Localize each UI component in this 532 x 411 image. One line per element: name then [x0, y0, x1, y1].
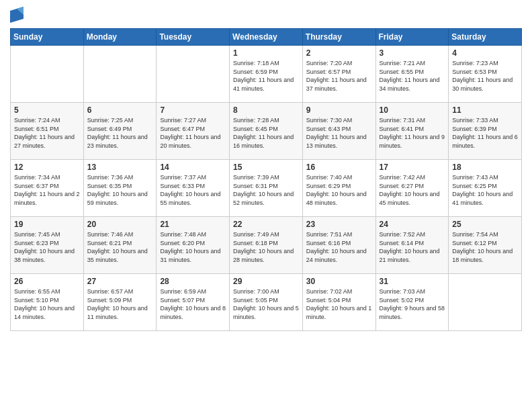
calendar-cell: 30Sunrise: 7:02 AM Sunset: 5:04 PM Dayli… — [302, 274, 375, 331]
calendar-cell: 3Sunrise: 7:21 AM Sunset: 6:55 PM Daylig… — [375, 46, 449, 103]
day-number: 24 — [380, 220, 445, 229]
day-info: Sunrise: 7:48 AM Sunset: 6:20 PM Dayligh… — [160, 230, 226, 264]
calendar-cell: 19Sunrise: 7:45 AM Sunset: 6:23 PM Dayli… — [11, 217, 84, 274]
day-number: 23 — [306, 220, 372, 229]
day-info: Sunrise: 7:31 AM Sunset: 6:41 PM Dayligh… — [380, 116, 445, 150]
day-info: Sunrise: 6:55 AM Sunset: 5:10 PM Dayligh… — [14, 287, 80, 321]
day-number: 4 — [452, 48, 518, 58]
weekday-header-friday: Friday — [375, 29, 449, 46]
header — [10, 7, 522, 23]
calendar-cell: 1Sunrise: 7:18 AM Sunset: 6:59 PM Daylig… — [230, 46, 303, 103]
day-info: Sunrise: 6:59 AM Sunset: 5:07 PM Dayligh… — [160, 287, 226, 321]
calendar-cell: 17Sunrise: 7:42 AM Sunset: 6:27 PM Dayli… — [375, 160, 449, 217]
calendar-cell: 18Sunrise: 7:43 AM Sunset: 6:25 PM Dayli… — [449, 160, 522, 217]
week-row-2: 5Sunrise: 7:24 AM Sunset: 6:51 PM Daylig… — [11, 103, 522, 160]
calendar-cell: 16Sunrise: 7:40 AM Sunset: 6:29 PM Dayli… — [302, 160, 375, 217]
calendar-cell: 20Sunrise: 7:46 AM Sunset: 6:21 PM Dayli… — [83, 217, 157, 274]
calendar-cell — [83, 46, 157, 103]
calendar-cell: 27Sunrise: 6:57 AM Sunset: 5:09 PM Dayli… — [83, 274, 157, 331]
day-info: Sunrise: 7:39 AM Sunset: 6:31 PM Dayligh… — [233, 173, 299, 207]
day-info: Sunrise: 7:37 AM Sunset: 6:33 PM Dayligh… — [160, 173, 226, 207]
day-number: 11 — [452, 105, 518, 115]
day-info: Sunrise: 7:28 AM Sunset: 6:45 PM Dayligh… — [233, 116, 299, 150]
day-number: 19 — [14, 220, 80, 229]
day-info: Sunrise: 7:40 AM Sunset: 6:29 PM Dayligh… — [306, 173, 372, 207]
calendar-cell: 28Sunrise: 6:59 AM Sunset: 5:07 PM Dayli… — [157, 274, 230, 331]
calendar-cell: 13Sunrise: 7:36 AM Sunset: 6:35 PM Dayli… — [83, 160, 157, 217]
day-info: Sunrise: 6:57 AM Sunset: 5:09 PM Dayligh… — [87, 287, 153, 321]
calendar-cell: 4Sunrise: 7:23 AM Sunset: 6:53 PM Daylig… — [449, 46, 522, 103]
day-number: 15 — [233, 163, 299, 172]
calendar-cell: 12Sunrise: 7:34 AM Sunset: 6:37 PM Dayli… — [11, 160, 84, 217]
calendar-cell: 14Sunrise: 7:37 AM Sunset: 6:33 PM Dayli… — [157, 160, 230, 217]
calendar-cell: 7Sunrise: 7:27 AM Sunset: 6:47 PM Daylig… — [157, 103, 230, 160]
day-info: Sunrise: 7:03 AM Sunset: 5:02 PM Dayligh… — [380, 287, 445, 321]
calendar-cell: 10Sunrise: 7:31 AM Sunset: 6:41 PM Dayli… — [375, 103, 449, 160]
logo — [10, 7, 26, 23]
day-info: Sunrise: 7:42 AM Sunset: 6:27 PM Dayligh… — [380, 173, 445, 207]
day-info: Sunrise: 7:20 AM Sunset: 6:57 PM Dayligh… — [306, 59, 372, 93]
day-number: 28 — [160, 277, 226, 286]
day-number: 14 — [160, 163, 226, 172]
day-number: 31 — [380, 277, 445, 286]
weekday-header-monday: Monday — [83, 29, 157, 46]
day-number: 18 — [452, 163, 518, 172]
day-info: Sunrise: 7:18 AM Sunset: 6:59 PM Dayligh… — [233, 59, 299, 93]
weekday-header-sunday: Sunday — [11, 29, 84, 46]
day-number: 16 — [306, 163, 372, 172]
day-number: 7 — [160, 105, 226, 115]
day-info: Sunrise: 7:33 AM Sunset: 6:39 PM Dayligh… — [452, 116, 518, 150]
calendar-cell: 9Sunrise: 7:30 AM Sunset: 6:43 PM Daylig… — [302, 103, 375, 160]
calendar-cell: 5Sunrise: 7:24 AM Sunset: 6:51 PM Daylig… — [11, 103, 84, 160]
day-number: 25 — [452, 220, 518, 229]
week-row-4: 19Sunrise: 7:45 AM Sunset: 6:23 PM Dayli… — [11, 217, 522, 274]
day-info: Sunrise: 7:23 AM Sunset: 6:53 PM Dayligh… — [452, 59, 518, 93]
day-info: Sunrise: 7:27 AM Sunset: 6:47 PM Dayligh… — [160, 116, 226, 150]
day-info: Sunrise: 7:52 AM Sunset: 6:14 PM Dayligh… — [380, 230, 445, 264]
day-number: 6 — [87, 105, 153, 115]
day-number: 30 — [306, 277, 372, 286]
day-info: Sunrise: 7:34 AM Sunset: 6:37 PM Dayligh… — [14, 173, 80, 207]
day-info: Sunrise: 7:54 AM Sunset: 6:12 PM Dayligh… — [452, 230, 518, 264]
day-info: Sunrise: 7:49 AM Sunset: 6:18 PM Dayligh… — [233, 230, 299, 264]
calendar-cell: 21Sunrise: 7:48 AM Sunset: 6:20 PM Dayli… — [157, 217, 230, 274]
calendar-cell: 31Sunrise: 7:03 AM Sunset: 5:02 PM Dayli… — [375, 274, 449, 331]
day-number: 22 — [233, 220, 299, 229]
day-info: Sunrise: 7:36 AM Sunset: 6:35 PM Dayligh… — [87, 173, 153, 207]
day-number: 8 — [233, 105, 299, 115]
day-number: 13 — [87, 163, 153, 172]
calendar-cell: 24Sunrise: 7:52 AM Sunset: 6:14 PM Dayli… — [375, 217, 449, 274]
day-info: Sunrise: 7:43 AM Sunset: 6:25 PM Dayligh… — [452, 173, 518, 207]
page: SundayMondayTuesdayWednesdayThursdayFrid… — [0, 0, 532, 411]
day-number: 29 — [233, 277, 299, 286]
calendar-cell: 22Sunrise: 7:49 AM Sunset: 6:18 PM Dayli… — [230, 217, 303, 274]
calendar-cell: 2Sunrise: 7:20 AM Sunset: 6:57 PM Daylig… — [302, 46, 375, 103]
week-row-1: 1Sunrise: 7:18 AM Sunset: 6:59 PM Daylig… — [11, 46, 522, 103]
day-number: 27 — [87, 277, 153, 286]
day-number: 5 — [14, 105, 80, 115]
day-number: 10 — [380, 105, 445, 115]
day-number: 3 — [380, 48, 445, 58]
day-number: 21 — [160, 220, 226, 229]
calendar: SundayMondayTuesdayWednesdayThursdayFrid… — [10, 28, 522, 331]
day-info: Sunrise: 7:51 AM Sunset: 6:16 PM Dayligh… — [306, 230, 372, 264]
weekday-header-thursday: Thursday — [302, 29, 375, 46]
day-number: 1 — [233, 48, 299, 58]
weekday-header-tuesday: Tuesday — [157, 29, 230, 46]
week-row-3: 12Sunrise: 7:34 AM Sunset: 6:37 PM Dayli… — [11, 160, 522, 217]
day-number: 9 — [306, 105, 372, 115]
logo-icon — [10, 7, 24, 23]
calendar-cell — [449, 274, 522, 331]
day-number: 26 — [14, 277, 80, 286]
day-info: Sunrise: 7:02 AM Sunset: 5:04 PM Dayligh… — [306, 287, 372, 321]
weekday-header-saturday: Saturday — [449, 29, 522, 46]
calendar-cell — [157, 46, 230, 103]
day-info: Sunrise: 7:00 AM Sunset: 5:05 PM Dayligh… — [233, 287, 299, 321]
day-number: 17 — [380, 163, 445, 172]
calendar-cell: 8Sunrise: 7:28 AM Sunset: 6:45 PM Daylig… — [230, 103, 303, 160]
day-number: 2 — [306, 48, 372, 58]
calendar-cell — [11, 46, 84, 103]
week-row-5: 26Sunrise: 6:55 AM Sunset: 5:10 PM Dayli… — [11, 274, 522, 331]
day-info: Sunrise: 7:46 AM Sunset: 6:21 PM Dayligh… — [87, 230, 153, 264]
calendar-cell: 23Sunrise: 7:51 AM Sunset: 6:16 PM Dayli… — [302, 217, 375, 274]
